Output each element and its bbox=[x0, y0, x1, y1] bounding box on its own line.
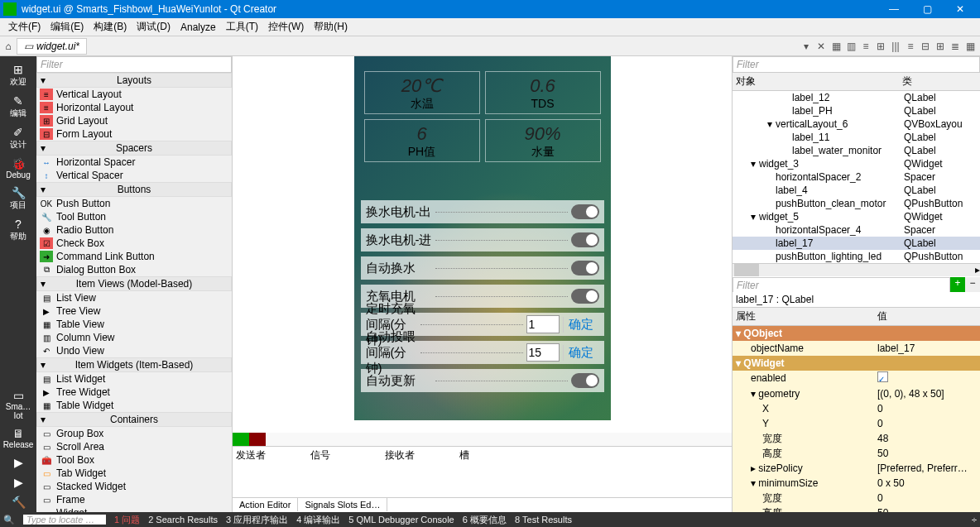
tool-icon[interactable]: ⊞ bbox=[934, 40, 947, 53]
tool-icon[interactable]: ▾ bbox=[800, 40, 813, 53]
object-filter[interactable]: Filter bbox=[733, 56, 980, 73]
tool-icon[interactable]: ▥ bbox=[844, 40, 858, 53]
tree-row[interactable]: pushButton_clean_motorQPushButton bbox=[733, 197, 980, 210]
menu-item[interactable]: 调试(D) bbox=[132, 18, 175, 36]
category-header[interactable]: ▾Item Views (Model-Based) bbox=[36, 276, 232, 291]
widget-item[interactable]: ⧉Dialog Button Box bbox=[36, 263, 232, 276]
confirm-button[interactable]: 确定 bbox=[563, 317, 599, 333]
number-input[interactable] bbox=[526, 315, 560, 333]
prop-row[interactable]: ▾ geometry[(0, 0), 48 x 50] bbox=[733, 386, 980, 401]
widget-item[interactable]: ▭Widget bbox=[36, 506, 232, 512]
mode-button[interactable]: ✎编辑 bbox=[2, 91, 35, 122]
status-item[interactable]: 3 应用程序输出 bbox=[226, 515, 288, 525]
prop-row[interactable]: 高度50 bbox=[733, 446, 980, 461]
widget-item[interactable]: ▥Column View bbox=[36, 331, 232, 344]
property-editor[interactable]: 属性值 ▾ QObject objectNamelabel_17▾ QWidge… bbox=[733, 308, 980, 512]
category-header[interactable]: ▾Containers bbox=[36, 412, 232, 427]
widget-item[interactable]: ▭Frame bbox=[36, 493, 232, 506]
remove-prop-button[interactable]: − bbox=[965, 277, 980, 292]
close-icon[interactable]: ÷ bbox=[972, 515, 977, 525]
mode-button[interactable]: ?帮助 bbox=[2, 214, 35, 246]
toggle-switch[interactable] bbox=[571, 204, 599, 219]
form-designer[interactable]: 20℃水温0.6TDS6PH值90%水量 换水电机-出换水电机-进自动换水充氧电… bbox=[233, 56, 732, 433]
widget-item[interactable]: ◉Radio Button bbox=[36, 223, 232, 237]
tool-icon[interactable]: ||| bbox=[889, 40, 902, 53]
sig-tab[interactable]: Signals Slots Ed… bbox=[298, 498, 387, 511]
tool-icon[interactable]: ⊞ bbox=[874, 40, 887, 53]
mode-button[interactable]: 🐞Debug bbox=[2, 154, 35, 183]
confirm-button[interactable]: 确定 bbox=[563, 345, 599, 361]
status-item[interactable]: 1 问题 bbox=[114, 515, 140, 525]
prop-category[interactable]: ▾ QObject bbox=[733, 326, 980, 341]
status-item[interactable]: 8 Test Results bbox=[515, 515, 572, 525]
number-input[interactable] bbox=[526, 343, 560, 362]
tree-row[interactable]: label_water_monitorQLabel bbox=[733, 144, 980, 157]
kit-button[interactable]: 🖥Release bbox=[2, 424, 35, 453]
widget-item[interactable]: 🧰Tool Box bbox=[36, 453, 232, 467]
menu-item[interactable]: 帮助(H) bbox=[309, 18, 353, 36]
widget-item[interactable]: ▭Scroll Area bbox=[36, 440, 232, 453]
prop-filter[interactable]: Filter bbox=[733, 277, 950, 294]
prop-row[interactable]: enabled bbox=[733, 371, 980, 386]
prop-row[interactable]: objectNamelabel_17 bbox=[733, 341, 980, 356]
widget-item[interactable]: ▭Stacked Widget bbox=[36, 480, 232, 493]
widgetbox-filter[interactable]: Filter bbox=[36, 56, 232, 73]
tree-row[interactable]: label_12QLabel bbox=[733, 91, 980, 104]
category-header[interactable]: ▾Spacers bbox=[36, 141, 232, 156]
widget-item[interactable]: ▦Table Widget bbox=[36, 399, 232, 412]
maximize-button[interactable]: ▢ bbox=[910, 0, 944, 18]
tree-row[interactable]: ▾verticalLayout_6QVBoxLayou bbox=[733, 117, 980, 131]
tree-row[interactable]: horizontalSpacer_2Spacer bbox=[733, 170, 980, 184]
tool-icon[interactable]: ▦ bbox=[963, 40, 977, 53]
widget-item[interactable]: ↶Undo View bbox=[36, 344, 232, 357]
checkbox-icon[interactable] bbox=[877, 371, 888, 382]
widget-item[interactable]: ▭Group Box bbox=[36, 427, 232, 440]
widget-item[interactable]: ▤List View bbox=[36, 291, 232, 304]
menu-item[interactable]: 文件(F) bbox=[3, 18, 46, 36]
widget-item[interactable]: ▤List Widget bbox=[36, 372, 232, 386]
widget-item[interactable]: OKPush Button bbox=[36, 197, 232, 210]
widget-item[interactable]: ▶Tree Widget bbox=[36, 386, 232, 399]
status-item[interactable]: 4 编译输出 bbox=[296, 515, 340, 525]
tree-row[interactable]: ▾widget_3QWidget bbox=[733, 157, 980, 170]
tool-icon[interactable]: ✕ bbox=[814, 40, 828, 53]
prop-row[interactable]: X0 bbox=[733, 401, 980, 416]
kit-button[interactable]: ▶ bbox=[2, 472, 35, 492]
menu-item[interactable]: Analyze bbox=[175, 20, 221, 35]
widget-item[interactable]: ▶Tree View bbox=[36, 304, 232, 318]
kit-button[interactable]: 🔨 bbox=[2, 492, 35, 512]
tree-row[interactable]: label_PHQLabel bbox=[733, 104, 980, 117]
status-item[interactable]: 2 Search Results bbox=[148, 515, 218, 525]
tree-row[interactable]: label_17QLabel bbox=[733, 237, 980, 250]
widget-item[interactable]: ↕Vertical Spacer bbox=[36, 169, 232, 182]
prop-row[interactable]: 高度50 bbox=[733, 505, 980, 512]
kit-button[interactable]: ▭Sma…Iot bbox=[2, 386, 35, 424]
menu-item[interactable]: 控件(W) bbox=[263, 18, 309, 36]
toggle-switch[interactable] bbox=[571, 289, 599, 304]
category-header[interactable]: ▾Item Widgets (Item-Based) bbox=[36, 357, 232, 372]
widget-item[interactable]: ⊟Form Layout bbox=[36, 127, 232, 141]
add-prop-button[interactable]: + bbox=[950, 277, 965, 292]
tree-row[interactable]: horizontalSpacer_4Spacer bbox=[733, 223, 980, 237]
close-button[interactable]: ✕ bbox=[944, 0, 977, 18]
tool-icon[interactable]: ⊟ bbox=[919, 40, 932, 53]
tool-icon[interactable]: ▦ bbox=[829, 40, 843, 53]
tab-widget-ui[interactable]: ▭ widget.ui* bbox=[17, 38, 87, 55]
add-remove-strip[interactable] bbox=[233, 433, 732, 446]
sig-tab[interactable]: Action Editor bbox=[233, 498, 298, 511]
toggle-switch[interactable] bbox=[571, 261, 599, 275]
category-header[interactable]: ▾Layouts bbox=[36, 73, 232, 88]
widget-item[interactable]: 🔧Tool Button bbox=[36, 210, 232, 223]
tree-row[interactable]: label_4QLabel bbox=[733, 184, 980, 197]
prop-category[interactable]: ▾ QWidget bbox=[733, 356, 980, 371]
prop-row[interactable]: ▸ sizePolicy[Preferred, Preferr… bbox=[733, 461, 980, 476]
widget-item[interactable]: ≡Horizontal Layout bbox=[36, 101, 232, 114]
tool-icon[interactable]: ≣ bbox=[949, 40, 962, 53]
minimize-button[interactable]: — bbox=[877, 0, 910, 18]
category-header[interactable]: ▾Buttons bbox=[36, 182, 232, 197]
tree-row[interactable]: ▾widget_5QWidget bbox=[733, 210, 980, 223]
scrollbar-h[interactable]: ▸ bbox=[733, 263, 980, 276]
widget-item[interactable]: ⊞Grid Layout bbox=[36, 114, 232, 127]
tree-row[interactable]: label_11QLabel bbox=[733, 131, 980, 144]
tool-icon[interactable]: ≡ bbox=[859, 40, 872, 53]
